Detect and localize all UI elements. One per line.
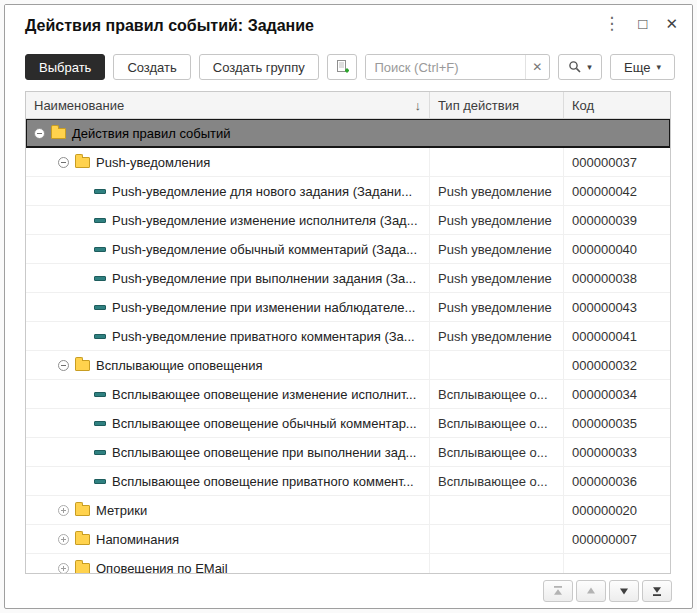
chevron-down-icon: ▾: [656, 62, 661, 72]
code-cell: 000000035: [564, 409, 670, 437]
table-row[interactable]: Напоминания 000000007: [26, 525, 670, 554]
action-type-cell: [430, 351, 564, 379]
table-row[interactable]: Всплывающее оповещение изменение исполни…: [26, 380, 670, 409]
create-new-group-icon-button[interactable]: [327, 54, 358, 80]
folder-icon: [75, 534, 90, 545]
code-cell: 000000043: [564, 293, 670, 321]
table-row[interactable]: Push-уведомление при выполнении задания …: [26, 264, 670, 293]
search-button[interactable]: ▾: [558, 54, 602, 80]
code-cell: 000000007: [564, 525, 670, 553]
actions-table: Наименование ↓ Тип действия Код Действия…: [25, 91, 671, 574]
item-dash-icon: [94, 479, 106, 484]
scroll-nav-strip: [543, 580, 672, 602]
create-group-button[interactable]: Создать группу: [199, 54, 319, 80]
column-header-name[interactable]: Наименование ↓: [26, 92, 430, 118]
scroll-to-bottom-button[interactable]: [642, 580, 672, 602]
row-label: Push-уведомление для нового задания (Зад…: [112, 184, 412, 199]
code-cell: 000000036: [564, 467, 670, 495]
folder-icon: [75, 157, 90, 168]
code-cell: 000000038: [564, 264, 670, 292]
scroll-up-button[interactable]: [576, 580, 606, 602]
code-cell: 000000042: [564, 177, 670, 205]
action-type-cell: [430, 554, 564, 573]
expander-icon[interactable]: [58, 534, 69, 545]
name-cell: Оповещения по EMail: [26, 554, 430, 573]
row-label: Всплывающие оповещения: [96, 358, 262, 373]
table-body: Действия правил событий Push-уведомления…: [26, 119, 670, 573]
table-row[interactable]: Всплывающее оповещение обычный комментар…: [26, 409, 670, 438]
row-label: Push-уведомление изменение исполнителя (…: [112, 213, 418, 228]
create-button[interactable]: Создать: [113, 54, 190, 80]
item-dash-icon: [94, 247, 106, 252]
table-row[interactable]: Метрики 000000020: [26, 496, 670, 525]
row-label: Напоминания: [96, 532, 179, 547]
row-label: Push-уведомление приватного комментария …: [112, 329, 415, 344]
table-row[interactable]: Push-уведомление обычный комментарий (За…: [26, 235, 670, 264]
item-dash-icon: [94, 218, 106, 223]
expander-icon[interactable]: [58, 360, 69, 371]
toolbar: Выбрать Создать Создать группу ✕: [25, 53, 675, 81]
scroll-to-top-icon: [552, 585, 564, 597]
table-row[interactable]: Push-уведомление при изменении наблюдате…: [26, 293, 670, 322]
more-button-label: Еще: [624, 60, 650, 75]
item-dash-icon: [94, 421, 106, 426]
search-input[interactable]: [366, 55, 524, 79]
select-button[interactable]: Выбрать: [25, 54, 105, 80]
expander-icon[interactable]: [58, 563, 69, 574]
more-button[interactable]: Еще ▾: [610, 54, 675, 80]
table-row[interactable]: Действия правил событий: [26, 119, 670, 148]
action-type-cell: Push уведомление: [430, 293, 564, 321]
folder-icon: [75, 563, 90, 573]
item-dash-icon: [94, 276, 106, 281]
title-bar: Действия правил событий: Задание ⋮ □ ✕: [5, 5, 692, 51]
scroll-to-top-button[interactable]: [543, 580, 573, 602]
scroll-down-icon: [618, 585, 630, 597]
name-cell: Метрики: [26, 496, 430, 524]
table-row[interactable]: Всплывающее оповещение при выполнении за…: [26, 438, 670, 467]
expander-icon[interactable]: [34, 128, 45, 139]
folder-icon: [51, 128, 66, 139]
window-menu-icon[interactable]: ⋮: [603, 15, 620, 32]
table-row[interactable]: Push-уведомление изменение исполнителя (…: [26, 206, 670, 235]
maximize-icon[interactable]: □: [638, 16, 647, 31]
code-cell: 000000033: [564, 438, 670, 466]
table-row[interactable]: Всплывающие оповещения 000000032: [26, 351, 670, 380]
scroll-down-button[interactable]: [609, 580, 639, 602]
code-cell: 000000041: [564, 322, 670, 350]
row-label: Оповещения по EMail: [96, 561, 228, 574]
name-cell: Push-уведомление изменение исполнителя (…: [26, 206, 430, 234]
expander-icon[interactable]: [58, 505, 69, 516]
action-type-cell: Push уведомление: [430, 177, 564, 205]
code-cell: 000000032: [564, 351, 670, 379]
search-clear-icon[interactable]: ✕: [525, 55, 549, 79]
name-cell: Push-уведомление при выполнении задания …: [26, 264, 430, 292]
column-header-type[interactable]: Тип действия: [430, 92, 564, 118]
name-cell: Всплывающее оповещение приватного коммен…: [26, 467, 430, 495]
action-type-cell: [430, 525, 564, 553]
chevron-down-icon: ▾: [587, 62, 592, 72]
action-type-cell: [430, 148, 564, 176]
name-cell: Push-уведомление обычный комментарий (За…: [26, 235, 430, 263]
close-icon[interactable]: ✕: [665, 16, 678, 31]
name-cell: Всплывающее оповещение обычный комментар…: [26, 409, 430, 437]
table-row[interactable]: Push-уведомление для нового задания (Зад…: [26, 177, 670, 206]
code-cell: [564, 119, 670, 147]
scroll-up-icon: [585, 585, 597, 597]
table-row[interactable]: Push-уведомления 000000037: [26, 148, 670, 177]
row-label: Push-уведомление при выполнении задания …: [112, 271, 416, 286]
table-row[interactable]: Всплывающее оповещение приватного коммен…: [26, 467, 670, 496]
action-type-cell: Push уведомление: [430, 206, 564, 234]
code-cell: [564, 554, 670, 573]
table-row[interactable]: Push-уведомление приватного комментария …: [26, 322, 670, 351]
table-row[interactable]: Оповещения по EMail: [26, 554, 670, 573]
action-type-cell: Всплывающее о...: [430, 438, 564, 466]
action-type-cell: Всплывающее о...: [430, 380, 564, 408]
code-cell: 000000034: [564, 380, 670, 408]
column-header-code[interactable]: Код: [564, 92, 670, 118]
item-dash-icon: [94, 392, 106, 397]
window-title: Действия правил событий: Задание: [25, 17, 314, 35]
row-label: Push-уведомление обычный комментарий (За…: [112, 242, 417, 257]
expander-icon[interactable]: [58, 157, 69, 168]
name-cell: Всплывающее оповещение при выполнении за…: [26, 438, 430, 466]
row-label: Всплывающее оповещение приватного коммен…: [112, 474, 414, 489]
